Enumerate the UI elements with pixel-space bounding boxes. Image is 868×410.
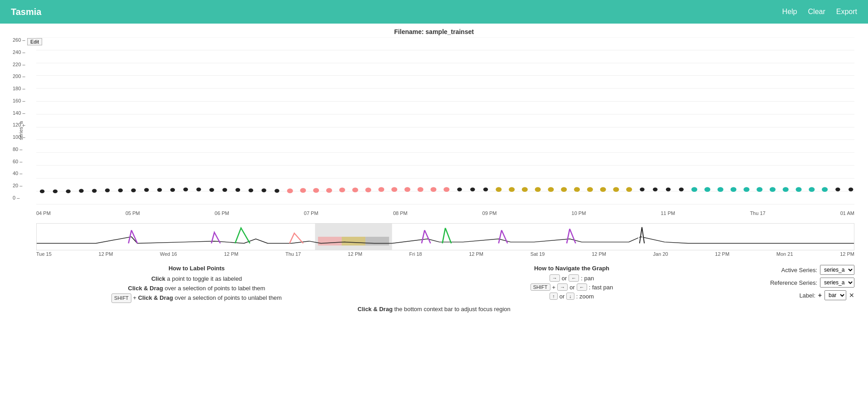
chart-area: Edit series_a 260 – 240 – 220 – 200 – 18…: [9, 37, 859, 257]
shift-drag-text: over a selection of points to unlabel th…: [173, 294, 282, 301]
svg-point-38: [352, 187, 358, 192]
y-tick-260: 260 –: [13, 37, 25, 43]
x-axis-main-labels: 04 PM 05 PM 06 PM 07 PM 08 PM 09 PM 10 P…: [36, 210, 854, 216]
svg-point-56: [587, 187, 593, 192]
ctx-label-mon21: Mon 21: [776, 251, 793, 257]
export-button[interactable]: Export: [836, 8, 857, 16]
svg-point-42: [405, 187, 410, 192]
x-label-08pm: 08 PM: [393, 210, 408, 216]
svg-point-33: [287, 189, 293, 194]
gold-dots: [496, 187, 632, 192]
reference-series-select[interactable]: series_a: [820, 278, 854, 288]
help-button[interactable]: Help: [782, 8, 797, 16]
teal-dots: [691, 187, 828, 192]
label-select[interactable]: bar: [825, 290, 846, 300]
svg-rect-77: [37, 224, 854, 250]
svg-point-75: [835, 187, 840, 191]
svg-point-35: [313, 188, 319, 193]
black-dots-mid2: [640, 187, 684, 191]
shift-plus: +: [133, 294, 136, 301]
reference-series-label: Reference Series:: [770, 279, 817, 286]
svg-point-62: [666, 187, 670, 191]
svg-point-21: [131, 189, 135, 192]
y-tick-0: 0 –: [13, 195, 25, 200]
click-drag-instruction: Click & Drag over a selection of points …: [9, 284, 384, 293]
edit-button[interactable]: Edit: [27, 38, 42, 45]
x-label-07pm: 07 PM: [304, 210, 318, 216]
svg-point-63: [679, 187, 684, 191]
help-section: How to Label Points Click a point to tog…: [9, 265, 859, 303]
svg-point-47: [470, 187, 475, 191]
x-label-06pm: 06 PM: [215, 210, 229, 216]
y-tick-180: 180 –: [13, 86, 25, 91]
drag-hint-text: the bottom context bar to adjust focus r…: [393, 306, 511, 312]
context-x-axis-labels: Tue 15 12 PM Wed 16 12 PM Thu 17 12 PM F…: [36, 251, 854, 257]
active-series-select[interactable]: series_a: [820, 265, 854, 275]
svg-point-74: [822, 187, 828, 192]
x-label-04pm: 04 PM: [36, 210, 51, 216]
svg-point-16: [66, 190, 70, 193]
ctx-label-sat19: Sat 19: [530, 251, 545, 257]
x-label-05pm: 05 PM: [125, 210, 140, 216]
click-drag-text: over a selection of points to label them: [163, 285, 265, 292]
svg-point-32: [275, 189, 279, 193]
svg-point-49: [496, 187, 502, 192]
left-arrow-kbd: ←: [569, 274, 579, 282]
main-content: Filename: sample_trainset Edit series_a …: [0, 24, 868, 317]
svg-point-45: [444, 187, 449, 192]
y-axis-label: series_a: [18, 121, 24, 140]
or-text-1: or: [562, 275, 567, 282]
svg-point-69: [757, 187, 762, 192]
clear-button[interactable]: Clear: [808, 8, 825, 16]
fast-pan-row: SHIFT + → or ← : fast pan: [384, 283, 759, 291]
svg-point-23: [157, 188, 162, 192]
app-header: Tasmia Help Clear Export: [0, 0, 868, 24]
context-chart-svg[interactable]: [37, 224, 854, 250]
svg-rect-80: [366, 237, 389, 245]
up-arrow-kbd: ↑: [550, 293, 558, 300]
x-label-thu17: Thu 17: [750, 210, 765, 216]
ctx-label-fri18: Fri 18: [409, 251, 422, 257]
zoom-row: ↑ or ↓ : zoom: [384, 293, 759, 300]
shift-kbd: SHIFT: [111, 293, 131, 303]
click-text: a point to toggle it as labeled: [165, 275, 242, 282]
active-series-row: Active Series: series_a: [759, 265, 854, 275]
y-axis-ticks: 260 – 240 – 220 – 200 – 180 – 160 – 140 …: [13, 37, 25, 200]
svg-point-65: [704, 187, 710, 192]
down-arrow-kbd: ↓: [566, 293, 574, 300]
y-tick-240: 240 –: [13, 49, 25, 55]
svg-point-43: [417, 187, 423, 192]
svg-point-24: [170, 188, 175, 192]
y-tick-220: 220 –: [13, 62, 25, 67]
remove-label-button[interactable]: ✕: [849, 292, 854, 299]
shift-drag-bold: Click & Drag: [138, 294, 173, 301]
click-instruction: Click a point to toggle it as labeled: [9, 274, 384, 284]
svg-point-36: [326, 188, 332, 193]
series-controls: Active Series: series_a Reference Series…: [759, 265, 859, 303]
svg-point-34: [300, 188, 306, 193]
click-bold: Click: [151, 275, 165, 282]
svg-point-68: [743, 187, 749, 192]
svg-point-30: [249, 189, 253, 192]
svg-point-27: [209, 188, 214, 192]
shift-instruction: SHIFT + Click & Drag over a selection of…: [9, 293, 384, 303]
main-chart-svg[interactable]: [36, 37, 854, 210]
context-chart[interactable]: [36, 223, 854, 250]
y-tick-80: 80 –: [13, 146, 25, 152]
ctx-label-12pm-2: 12 PM: [224, 251, 238, 257]
svg-point-72: [796, 187, 801, 192]
ctx-label-jan20: Jan 20: [653, 251, 668, 257]
y-tick-200: 200 –: [13, 73, 25, 79]
main-chart[interactable]: 260 – 240 – 220 – 200 – 180 – 160 – 140 …: [36, 37, 854, 210]
y-tick-60: 60 –: [13, 159, 25, 164]
svg-point-17: [79, 189, 83, 193]
ctx-label-12pm-5: 12 PM: [592, 251, 606, 257]
ctx-label-12pm-3: 12 PM: [348, 251, 362, 257]
svg-point-54: [561, 187, 567, 192]
plus-text: +: [552, 284, 556, 291]
ctx-label-wed16: Wed 16: [160, 251, 177, 257]
x-label-09pm: 09 PM: [482, 210, 497, 216]
svg-point-66: [718, 187, 723, 192]
add-label-button[interactable]: +: [818, 292, 822, 299]
label-label: Label:: [799, 292, 815, 299]
